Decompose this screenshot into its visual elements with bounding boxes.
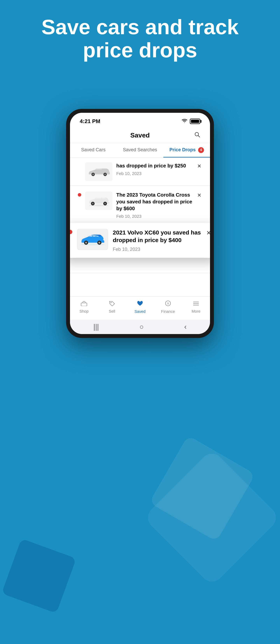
tab-saved-searches[interactable]: Saved Searches: [117, 143, 163, 158]
tabs-bar: Saved Cars Saved Searches Price Drops 4: [70, 143, 210, 158]
notification-title: 2021 Volvo XC60 you saved has dropped in…: [113, 229, 201, 244]
svg-point-9: [92, 174, 94, 175]
wifi-icon: [182, 118, 188, 124]
back-button[interactable]: |||: [93, 323, 99, 331]
svg-line-1: [198, 136, 200, 137]
phone-screen: 4:21 PM S: [70, 113, 210, 334]
item-content-1: The 2023 Toyota Corolla Cross you saved …: [116, 192, 192, 219]
svg-point-16: [104, 202, 106, 204]
app-header: Saved: [70, 128, 210, 143]
finance-icon: $: [165, 300, 171, 308]
notification-close-button[interactable]: ✕: [206, 229, 210, 237]
hero-title: Save cars and track price drops: [0, 16, 280, 62]
battery-fill: [191, 120, 199, 123]
status-icons: [182, 118, 200, 124]
unread-dot-1: [78, 193, 81, 196]
shop-label: Shop: [80, 309, 89, 314]
partial-item-close-button[interactable]: ✕: [196, 162, 202, 170]
bg-decoration-2: [143, 449, 280, 586]
more-icon: [193, 300, 199, 308]
svg-point-11: [104, 174, 106, 175]
shop-icon: [81, 300, 87, 308]
notification-content: 2021 Volvo XC60 you saved has dropped in…: [113, 229, 201, 252]
tab-price-drops[interactable]: Price Drops 4: [163, 143, 210, 158]
phone-frame: 4:21 PM S: [66, 109, 214, 338]
home-indicator-area: ||| ○ ‹: [70, 320, 210, 334]
notification-popup: 2021 Volvo XC60 you saved has dropped in…: [70, 223, 210, 258]
nav-item-more[interactable]: More: [182, 300, 210, 314]
sell-icon: [109, 300, 115, 308]
phone-wrapper: 4:21 PM S: [66, 109, 214, 338]
notification-date: Feb 10, 2023: [113, 246, 201, 252]
svg-point-25: [111, 302, 112, 303]
svg-point-14: [92, 202, 94, 204]
notification-car-image: [77, 229, 108, 250]
nav-item-saved[interactable]: Saved: [126, 300, 154, 314]
recents-button[interactable]: ‹: [184, 323, 187, 331]
item-close-button-1[interactable]: ✕: [196, 192, 202, 199]
bottom-nav: Shop Sell: [70, 296, 210, 320]
partial-item-date: Feb 10, 2023: [116, 171, 192, 176]
finance-label: Finance: [161, 309, 175, 314]
search-icon[interactable]: [194, 132, 200, 139]
battery-icon: [190, 118, 200, 124]
svg-text:$: $: [167, 302, 169, 305]
car-image-1: [85, 192, 112, 210]
saved-icon: [137, 300, 143, 308]
nav-item-shop[interactable]: Shop: [70, 300, 98, 314]
price-drop-item-1: The 2023 Toyota Corolla Cross you saved …: [70, 186, 210, 225]
price-drops-badge: 4: [198, 147, 204, 153]
svg-point-7: [103, 239, 104, 240]
nav-item-finance[interactable]: $ Finance: [154, 300, 182, 314]
price-drop-item-partial: has dropped in price by $250 Feb 10, 202…: [70, 158, 210, 186]
partial-item-title: has dropped in price by $250: [116, 162, 192, 169]
saved-label: Saved: [134, 309, 146, 314]
partial-car-image: [85, 162, 112, 181]
svg-point-6: [98, 242, 100, 244]
screen-content: 2021 Volvo XC60 you saved has dropped in…: [70, 158, 210, 320]
status-bar: 4:21 PM: [70, 113, 210, 128]
svg-rect-24: [81, 303, 87, 306]
svg-rect-17: [108, 201, 110, 202]
sell-label: Sell: [109, 309, 115, 314]
empty-space: [70, 258, 210, 273]
nav-item-sell[interactable]: Sell: [98, 300, 126, 314]
bg-decoration-3: [2, 538, 76, 614]
notification-dot: [70, 230, 72, 234]
item-title-1: The 2023 Toyota Corolla Cross you saved …: [116, 192, 192, 212]
partial-item-content: has dropped in price by $250 Feb 10, 202…: [116, 162, 192, 176]
home-button[interactable]: ○: [140, 323, 144, 331]
item-date-1: Feb 10, 2023: [116, 214, 192, 219]
svg-point-4: [85, 242, 87, 244]
more-label: More: [192, 309, 200, 314]
status-time: 4:21 PM: [80, 118, 100, 124]
app-header-title: Saved: [130, 132, 150, 139]
tab-saved-cars[interactable]: Saved Cars: [70, 143, 117, 158]
empty-space-2: [70, 273, 210, 296]
